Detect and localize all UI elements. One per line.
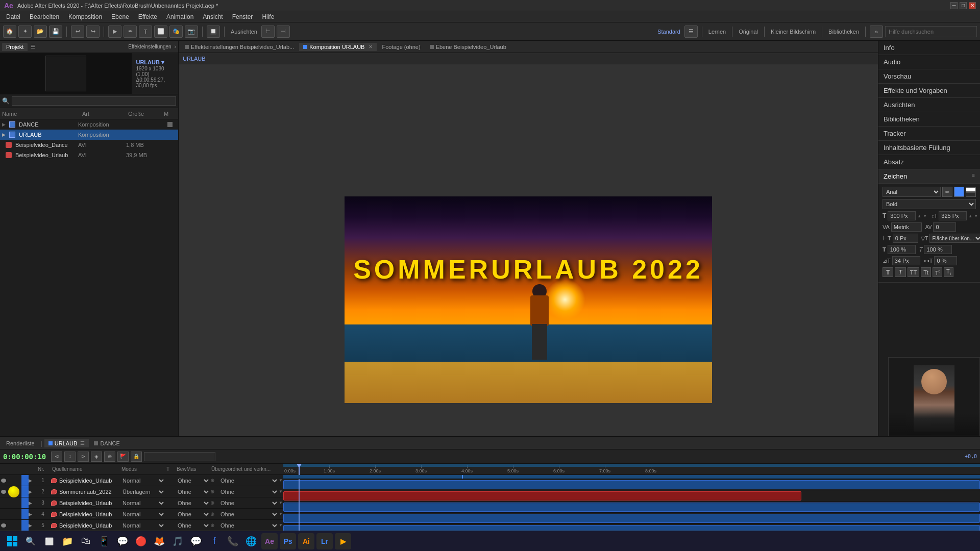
taskbar-icon-files[interactable]: 📁	[59, 533, 76, 549]
layer-bewmas-4[interactable]: Ohne	[176, 511, 210, 518]
snap-button[interactable]: 🔲	[207, 26, 220, 38]
ausrichten-section[interactable]: Ausrichten	[878, 98, 980, 112]
menu-animation[interactable]: Animation	[162, 12, 198, 21]
layer-bewmas-3[interactable]: Ohne	[176, 499, 210, 507]
menu-komposition[interactable]: Komposition	[64, 12, 106, 21]
ts-caps-btn[interactable]: TT	[908, 267, 919, 277]
layer-row-1[interactable]: ▶ 1 Beispielvideo_Urlaub Normal Ohne ⊕ O…	[0, 475, 283, 486]
menu-fenster[interactable]: Fenster	[228, 12, 257, 21]
taskbar-ae[interactable]: Ae	[261, 533, 278, 549]
leading-arrow-up[interactable]: ▲	[968, 214, 972, 218]
track-bar-1[interactable]	[283, 480, 980, 489]
tl-tab-menu[interactable]: ☰	[80, 440, 85, 446]
timeline-search-input[interactable]	[144, 452, 215, 461]
tsumi-input[interactable]	[934, 256, 957, 265]
tracking-input[interactable]	[933, 222, 956, 232]
roto-tool[interactable]: 🎭	[169, 26, 183, 38]
layer-modus-4[interactable]: Normal	[120, 511, 165, 518]
bibliotheken-section[interactable]: Bibliotheken	[878, 112, 980, 127]
track-bar-4[interactable]	[283, 514, 980, 523]
tl-nav-btn3[interactable]: ⊳	[78, 452, 89, 462]
minimize-button[interactable]: ─	[950, 2, 958, 9]
tab-komposition-urlaub[interactable]: Komposition URLAUB ✕	[299, 43, 377, 51]
size-arrow-up[interactable]: ▲	[917, 214, 921, 218]
taskbar-icon-browser[interactable]: 🌐	[243, 533, 259, 549]
taskbar-lr[interactable]: Lr	[316, 533, 333, 549]
vorschau-section[interactable]: Vorschau	[878, 69, 980, 84]
tl-lock-btn[interactable]: 🔒	[131, 452, 142, 462]
indent-input[interactable]	[893, 234, 918, 243]
project-item-dance-video[interactable]: Beispielvideo_Dance AVI 1,8 MB	[0, 140, 178, 150]
layer-uber-3[interactable]: Ohne	[218, 499, 279, 507]
font-family-select[interactable]: Arial	[883, 187, 941, 197]
layer-bewmas-2[interactable]: Ohne	[176, 488, 210, 495]
type-tool[interactable]: T	[139, 26, 152, 38]
panel-options-icon[interactable]: ☰	[31, 44, 35, 49]
tab-close-icon[interactable]: ✕	[369, 44, 373, 49]
taskbar-icon-app1[interactable]: 📱	[96, 533, 112, 549]
tl-nav-btn4[interactable]: ◈	[91, 452, 102, 462]
select-tool[interactable]: ▶	[108, 26, 121, 38]
effects-tab[interactable]: Effekteinstellungen	[128, 44, 171, 49]
menu-effekte[interactable]: Effekte	[134, 12, 161, 21]
layer-collapse-4[interactable]: ▶	[29, 512, 36, 517]
tl-nav-btn5[interactable]: ⊕	[104, 452, 115, 462]
workspace-menu[interactable]: ☰	[684, 26, 698, 38]
ts-smallcaps-btn[interactable]: Tt	[921, 267, 931, 277]
layer-vis-5[interactable]	[0, 523, 7, 528]
taskbar-app5[interactable]: ▶	[335, 533, 351, 549]
tl-nav-btn1[interactable]: ⊲	[51, 452, 62, 462]
layer-row-4[interactable]: ▶ 4 Beispielvideo_Urlaub Normal Ohne ⊕ O…	[0, 509, 283, 520]
pen-tool[interactable]: ✒	[124, 26, 137, 38]
layer-collapse-1[interactable]: ▶	[29, 478, 36, 483]
menu-datei[interactable]: Datei	[2, 12, 24, 21]
font-color-blue[interactable]	[954, 187, 964, 197]
project-item-urlaub[interactable]: ▶ URLAUB Komposition	[0, 130, 178, 140]
ts-sub-btn[interactable]: Tt	[944, 267, 953, 277]
project-item-urlaub-video[interactable]: Beispielvideo_Urlaub AVI 39,9 MB	[0, 150, 178, 160]
taskbar-icon-app2[interactable]: 🔴	[133, 533, 149, 549]
panel-arrow[interactable]: ›	[175, 44, 176, 49]
layer-vis-1[interactable]	[0, 479, 7, 483]
taskbar-icon-facebook[interactable]: f	[206, 533, 223, 549]
taskbar-ai[interactable]: Ai	[298, 533, 314, 549]
tl-tab-renderliste[interactable]: Renderliste	[2, 439, 39, 447]
hilfe-search-input[interactable]	[885, 26, 977, 37]
menu-ansicht[interactable]: Ansicht	[199, 12, 227, 21]
baseline-shift-input[interactable]	[892, 256, 920, 265]
close-button[interactable]: ✕	[969, 2, 976, 9]
effekte-section[interactable]: Effekte und Vorgaben	[878, 84, 980, 98]
maximize-button[interactable]: □	[960, 2, 967, 9]
open-button[interactable]: 📂	[34, 26, 47, 38]
layer-uber-1[interactable]: Ohne	[218, 477, 279, 484]
flache-select[interactable]: Fläche über Kon...	[929, 234, 980, 243]
font-size-input[interactable]	[888, 211, 916, 220]
project-search-input[interactable]	[12, 96, 176, 106]
taskbar-icon-messenger[interactable]: 💬	[188, 533, 204, 549]
window-controls[interactable]: ─ □ ✕	[950, 2, 976, 9]
layer-modus-5[interactable]: Normal	[120, 522, 165, 529]
absatz-section[interactable]: Absatz	[878, 155, 980, 169]
tl-marker-btn[interactable]: 🚩	[117, 452, 129, 462]
taskbar-icon-whatsapp[interactable]: 💬	[114, 533, 131, 549]
new-comp-button[interactable]: ✦	[18, 26, 32, 38]
start-button[interactable]	[4, 533, 20, 549]
track-bar-3[interactable]	[283, 503, 980, 512]
taskbar-icon-app4[interactable]: 📞	[225, 533, 241, 549]
tab-effekteinstellungen[interactable]: Effekteinstellungen Beispielvideo_Urlab.…	[181, 43, 298, 51]
font-edit-icon[interactable]: ✏	[942, 187, 952, 197]
scale-v-input[interactable]	[924, 245, 952, 254]
size-arrow-dn[interactable]: ▼	[923, 214, 927, 218]
layer-bewmas-1[interactable]: Ohne	[176, 477, 210, 484]
taskbar-ps[interactable]: Ps	[280, 533, 296, 549]
timeline-current-time[interactable]: 0:00:00:10	[3, 453, 46, 461]
layer-modus-1[interactable]: Normal	[120, 477, 165, 484]
leading-input[interactable]	[939, 211, 967, 220]
track-bar-2[interactable]	[283, 491, 801, 500]
inhalt-section[interactable]: Inhaltsbasierte Füllung	[878, 141, 980, 155]
layer-modus-3[interactable]: Normal	[120, 499, 165, 507]
tl-tab-urlaub[interactable]: URLAUB ☰	[44, 439, 89, 447]
shape-tool[interactable]: ⬜	[154, 26, 167, 38]
taskbar-icon-app3[interactable]: 🎵	[169, 533, 186, 549]
align-btn2[interactable]: ⊣	[277, 26, 290, 38]
